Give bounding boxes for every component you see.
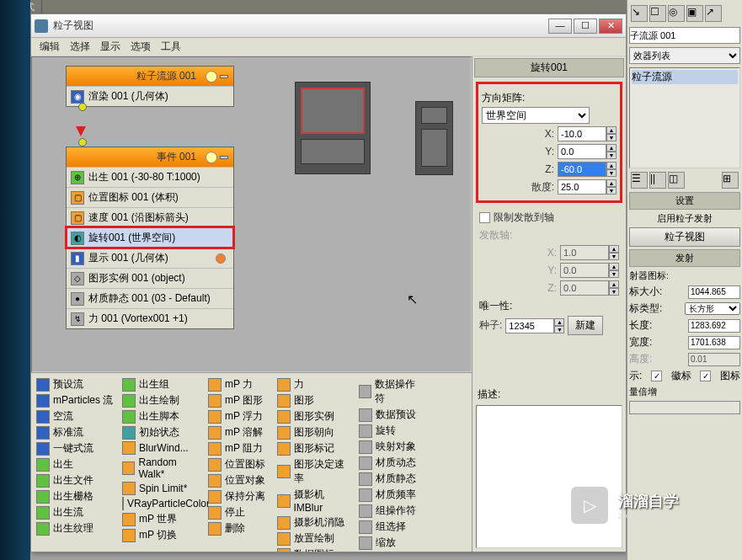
handle-icon[interactable] xyxy=(220,75,228,78)
modifier-list-combo[interactable]: 效器列表 xyxy=(629,47,740,64)
spin-down[interactable]: ▼ xyxy=(606,169,617,177)
depot-item[interactable]: 出生 xyxy=(35,456,119,472)
matrix-combo[interactable]: 世界空间 xyxy=(482,107,590,124)
logo-checkbox[interactable] xyxy=(651,371,662,381)
handle-icon[interactable] xyxy=(220,156,228,159)
seed-input[interactable] xyxy=(505,318,554,333)
spin-up[interactable]: ▲ xyxy=(606,126,617,134)
menu-edit[interactable]: 编辑 xyxy=(40,40,60,54)
z-input[interactable] xyxy=(558,162,606,177)
depot-item[interactable]: 组操作符 xyxy=(357,503,424,519)
connector-in[interactable] xyxy=(78,138,87,147)
depot-item[interactable]: 摄影机消隐 xyxy=(275,515,355,531)
depot-item[interactable]: 材质静态 xyxy=(357,471,424,487)
depot-item[interactable]: 图形标记 xyxy=(275,440,355,456)
spin-up[interactable]: ▲ xyxy=(606,179,617,187)
depot-item[interactable]: 出生文件 xyxy=(35,472,119,488)
icon-checkbox[interactable] xyxy=(700,371,711,381)
depot-item[interactable]: 图形 xyxy=(275,392,355,408)
panel-tab-icon[interactable]: ◎ xyxy=(668,5,685,22)
depot-item[interactable]: mP 浮力 xyxy=(206,408,274,424)
depot-item[interactable]: 位置对象 xyxy=(206,472,274,488)
depot-item[interactable]: mP 图形 xyxy=(206,392,274,408)
rollout-settings[interactable]: 设置 xyxy=(629,192,740,210)
depot-item[interactable]: BlurWind... xyxy=(120,440,205,456)
depot-item[interactable]: 初始状态 xyxy=(120,424,205,440)
depot-item[interactable]: mP 力 xyxy=(206,376,274,392)
spin-down[interactable]: ▼ xyxy=(606,187,617,195)
spin-up[interactable]: ▲ xyxy=(554,318,564,326)
depot-item[interactable]: 缩放 xyxy=(357,535,424,551)
depot-item[interactable]: 出生脚本 xyxy=(120,408,205,424)
menu-select[interactable]: 选择 xyxy=(70,40,90,54)
depot-item[interactable]: 出生组 xyxy=(120,376,205,392)
node-event[interactable]: 事件 001 ⊕出生 001 (-30-80 T:1000) ▢位置图标 001… xyxy=(66,147,234,329)
depot-item[interactable]: mP 世界 xyxy=(120,511,205,527)
menu-tools[interactable]: 工具 xyxy=(161,40,181,54)
depot-item[interactable]: 停止 xyxy=(206,504,274,520)
depot-item[interactable]: 预设流 xyxy=(35,376,119,392)
rollout-emit[interactable]: 发射 xyxy=(629,249,740,267)
depot-item[interactable]: 位置图标 xyxy=(206,456,274,472)
spin-down[interactable]: ▼ xyxy=(606,134,617,141)
maximize-button[interactable]: ☐ xyxy=(574,19,597,34)
depot-item[interactable]: mP 阻力 xyxy=(206,440,274,456)
menu-options[interactable]: 选项 xyxy=(131,40,151,54)
depot-item[interactable]: 组选择 xyxy=(357,519,424,535)
stack-tool-icon[interactable]: ◫ xyxy=(668,172,685,189)
connector-out[interactable] xyxy=(78,103,87,111)
depot-item[interactable]: 数据图标 xyxy=(275,547,355,552)
bulb-icon[interactable] xyxy=(206,152,217,163)
length-input[interactable] xyxy=(688,319,740,333)
restrict-checkbox[interactable] xyxy=(479,212,490,223)
depot-item[interactable]: 图形决定速率 xyxy=(275,456,355,487)
y-input[interactable] xyxy=(558,144,606,159)
depot-item[interactable]: 出生栅格 xyxy=(35,488,119,504)
depot-item[interactable]: mP 切换 xyxy=(120,527,205,543)
titlebar[interactable]: 粒子视图 — ☐ ✕ xyxy=(31,14,626,38)
panel-tab-icon[interactable]: ☐ xyxy=(649,5,666,22)
depot-item[interactable]: 图形实例 xyxy=(275,408,355,424)
depot-item[interactable]: 一键式流 xyxy=(35,440,119,456)
node-pf-source[interactable]: 粒子流源 001 ◉ 渲染 001 (几何体) xyxy=(66,66,234,107)
panel-tab-icon[interactable]: ↘ xyxy=(631,5,648,22)
stack-tool-icon[interactable]: ☰ xyxy=(631,172,648,189)
depot-item[interactable]: 映射对象 xyxy=(357,439,424,455)
x-input[interactable] xyxy=(558,126,606,141)
bulb-icon[interactable] xyxy=(206,71,217,83)
minimize-button[interactable]: — xyxy=(548,19,572,34)
spin-up[interactable]: ▲ xyxy=(606,162,617,169)
depot-item[interactable]: 摄影机 IMBlur xyxy=(275,487,355,515)
depot-item[interactable]: 数据操作符 xyxy=(357,376,424,407)
depot-item[interactable]: 数据预设 xyxy=(357,407,424,423)
menu-display[interactable]: 显示 xyxy=(100,40,120,54)
depot-item[interactable]: 材质频率 xyxy=(357,487,424,503)
icon-size-input[interactable] xyxy=(688,285,740,299)
stack-tool-icon[interactable]: ⊞ xyxy=(722,172,739,189)
depot-item[interactable]: 放置绘制 xyxy=(275,531,355,547)
width-input[interactable] xyxy=(688,336,740,349)
depot-item[interactable]: 标准流 xyxy=(35,424,119,440)
depot-item[interactable]: 图形朝向 xyxy=(275,424,355,440)
depot-item[interactable]: Random Walk* xyxy=(120,456,205,481)
panel-tab-icon[interactable]: ▣ xyxy=(686,5,703,22)
modifier-stack[interactable]: 粒子流源 xyxy=(629,67,740,168)
depot-item[interactable]: 材质动态 xyxy=(357,455,424,471)
depot-item[interactable]: 出生流 xyxy=(35,504,119,520)
stack-tool-icon[interactable]: || xyxy=(649,172,666,189)
depot-item[interactable]: 空流 xyxy=(35,408,119,424)
depot-item[interactable]: 力 xyxy=(275,376,355,392)
depot-item[interactable]: 旋转 xyxy=(357,423,424,439)
icon-type-combo[interactable]: 长方形 xyxy=(685,302,740,315)
depot-item[interactable]: VRayParticleColor xyxy=(120,496,205,511)
spin-down[interactable]: ▼ xyxy=(606,152,617,159)
spin-up[interactable]: ▲ xyxy=(606,144,617,152)
depot-item[interactable]: 保持分离 xyxy=(206,488,274,504)
stack-item[interactable]: 粒子流源 xyxy=(632,70,738,84)
depot-item[interactable]: 出生纹理 xyxy=(35,520,119,536)
object-name-field[interactable] xyxy=(629,27,740,44)
particle-view-button[interactable]: 粒子视图 xyxy=(629,227,740,247)
depot-item[interactable]: 出生绘制 xyxy=(120,392,205,408)
panel-tab-icon[interactable]: ↗ xyxy=(705,5,722,22)
depot-item[interactable]: mParticles 流 xyxy=(35,392,119,408)
